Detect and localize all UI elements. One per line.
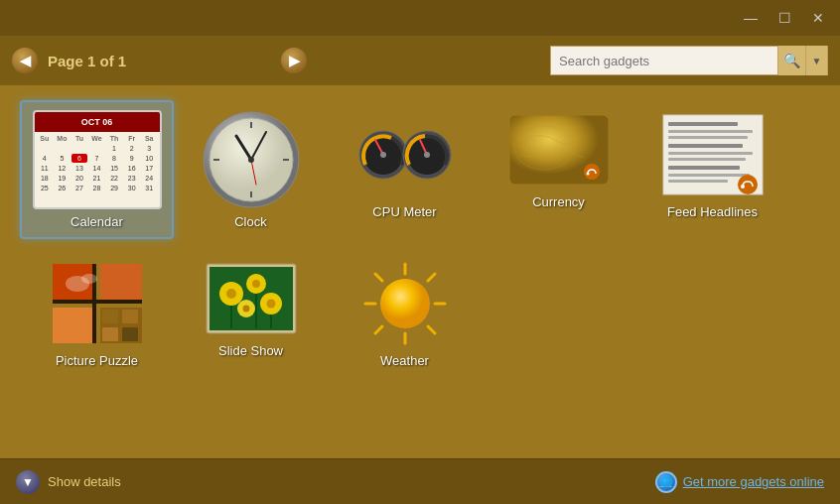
search-input[interactable] (551, 47, 777, 74)
svg-rect-26 (668, 144, 743, 148)
gadget-cpu-meter[interactable]: CPU Meter (328, 100, 482, 239)
svg-point-56 (242, 306, 249, 313)
feed-headlines-icon (658, 110, 768, 199)
gadgets-row-1: OCT 06 Su Mo Tu We Th Fr Sa 1 2 3 4 (20, 100, 820, 239)
svg-point-50 (226, 289, 236, 299)
weather-label: Weather (380, 353, 429, 368)
gadgets-content: OCT 06 Su Mo Tu We Th Fr Sa 1 2 3 4 (0, 85, 840, 458)
svg-rect-36 (100, 264, 142, 302)
svg-rect-44 (122, 310, 138, 323)
svg-rect-31 (668, 180, 728, 183)
clock-label: Clock (234, 214, 267, 229)
show-details-icon: ▼ (16, 470, 40, 494)
show-details-label: Show details (48, 474, 121, 489)
search-button[interactable]: 🔍 (777, 46, 805, 75)
prev-page-button[interactable]: ◀ (12, 48, 38, 73)
svg-rect-30 (668, 174, 750, 177)
svg-point-42 (81, 274, 97, 284)
currency-label: Currency (532, 194, 585, 209)
minimize-button[interactable]: — (737, 7, 765, 29)
svg-point-33 (741, 185, 745, 189)
gadget-slide-show[interactable]: Slide Show (174, 249, 328, 378)
svg-rect-46 (122, 327, 138, 341)
maximize-button[interactable]: ☐ (770, 7, 798, 29)
gadgets-row-2: Picture Puzzle Slide (20, 249, 820, 378)
get-more-label: Get more gadgets online (683, 474, 824, 489)
svg-line-65 (428, 326, 435, 333)
svg-rect-24 (668, 130, 753, 133)
slide-show-label: Slide Show (218, 343, 283, 358)
show-details-button[interactable]: ▼ Show details (16, 470, 121, 494)
svg-rect-27 (668, 152, 753, 155)
toolbar: ◀ Page 1 of 1 ▶ 🔍 ▼ (0, 36, 840, 85)
svg-point-21 (586, 173, 589, 176)
currency-icon (504, 110, 614, 189)
svg-rect-23 (668, 122, 738, 126)
gadget-feed-headlines[interactable]: Feed Headlines (635, 100, 789, 239)
picture-puzzle-label: Picture Puzzle (56, 353, 138, 368)
svg-rect-28 (668, 158, 746, 161)
clock-icon (202, 110, 301, 209)
feed-headlines-label: Feed Headlines (667, 204, 758, 219)
search-dropdown-button[interactable]: ▼ (805, 46, 827, 75)
calendar-label: Calendar (70, 214, 123, 229)
svg-line-64 (375, 274, 382, 281)
gadget-calendar[interactable]: OCT 06 Su Mo Tu We Th Fr Sa 1 2 3 4 (20, 100, 174, 239)
svg-point-17 (424, 152, 430, 158)
gadget-weather[interactable]: Weather (328, 249, 482, 378)
svg-rect-25 (668, 136, 748, 139)
cpu-meter-icon (355, 110, 455, 199)
picture-puzzle-icon (48, 259, 147, 348)
gadget-clock[interactable]: Clock (174, 100, 328, 239)
svg-point-69 (382, 281, 428, 326)
svg-line-66 (428, 274, 435, 281)
gadget-currency[interactable]: Currency (482, 100, 635, 239)
title-bar: — ☐ ✕ (0, 0, 840, 36)
weather-icon (360, 259, 450, 348)
svg-rect-37 (53, 308, 94, 343)
svg-rect-43 (102, 310, 118, 323)
svg-line-67 (375, 326, 382, 333)
svg-rect-45 (102, 327, 118, 341)
svg-point-54 (266, 300, 275, 309)
svg-rect-29 (668, 166, 740, 170)
svg-point-32 (738, 175, 758, 194)
svg-point-52 (252, 280, 260, 288)
footer: ▼ Show details 🌐 Get more gadgets online (0, 458, 840, 504)
cpu-meter-label: CPU Meter (372, 204, 436, 219)
globe-icon: 🌐 (655, 471, 677, 493)
search-container: 🔍 ▼ (550, 46, 828, 75)
next-page-button[interactable]: ▶ (281, 48, 307, 73)
gadget-picture-puzzle[interactable]: Picture Puzzle (20, 249, 174, 378)
slide-show-icon (202, 259, 301, 338)
get-more-gadgets-link[interactable]: 🌐 Get more gadgets online (655, 471, 824, 493)
svg-point-20 (584, 164, 600, 180)
svg-point-13 (380, 152, 386, 158)
close-button[interactable]: ✕ (804, 7, 832, 29)
calendar-icon: OCT 06 Su Mo Tu We Th Fr Sa 1 2 3 4 (33, 110, 162, 209)
page-indicator: Page 1 of 1 (48, 53, 271, 69)
svg-point-9 (248, 157, 254, 163)
